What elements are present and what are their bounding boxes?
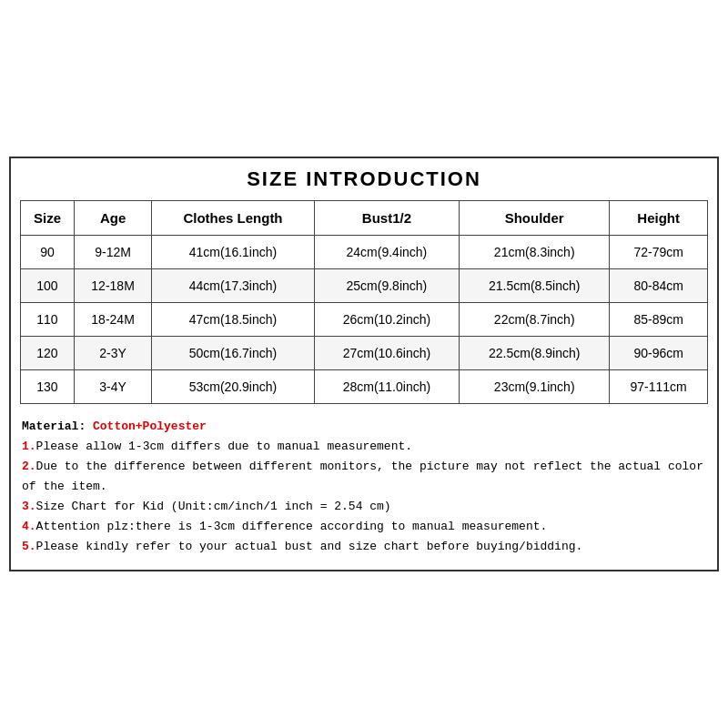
table-cell: 22.5cm(8.9inch) xyxy=(460,336,610,369)
note-item: 2.Due to the difference between differen… xyxy=(22,457,706,497)
note-text: Due to the difference between different … xyxy=(22,460,703,493)
table-cell: 100 xyxy=(21,268,75,302)
table-cell: 80-84cm xyxy=(610,268,708,302)
note-number: 1. xyxy=(22,440,36,453)
note-item: 3.Size Chart for Kid (Unit:cm/inch/1 inc… xyxy=(22,497,706,517)
table-header-cell: Height xyxy=(610,200,708,235)
note-item: 5.Please kindly refer to your actual bus… xyxy=(22,537,706,557)
table-cell: 24cm(9.4inch) xyxy=(314,235,459,268)
table-cell: 3-4Y xyxy=(74,369,151,403)
table-cell: 72-79cm xyxy=(610,235,708,268)
note-number: 5. xyxy=(22,540,36,553)
note-number: 3. xyxy=(22,500,36,513)
table-cell: 26cm(10.2inch) xyxy=(314,302,459,336)
table-row: 1202-3Y50cm(16.7inch)27cm(10.6inch)22.5c… xyxy=(21,336,708,369)
table-cell: 53cm(20.9inch) xyxy=(152,369,315,403)
table-cell: 23cm(9.1inch) xyxy=(460,369,610,403)
table-cell: 21cm(8.3inch) xyxy=(460,235,610,268)
table-cell: 25cm(9.8inch) xyxy=(314,268,459,302)
table-row: 1303-4Y53cm(20.9inch)28cm(11.0inch)23cm(… xyxy=(21,369,708,403)
note-number: 2. xyxy=(22,460,36,473)
page-title: SIZE INTRODUCTION xyxy=(20,167,708,191)
note-text: Please kindly refer to your actual bust … xyxy=(36,540,583,553)
table-cell: 85-89cm xyxy=(610,302,708,336)
material-label: Material: xyxy=(22,420,93,433)
table-cell: 44cm(17.3inch) xyxy=(152,268,315,302)
note-text: Please allow 1-3cm differs due to manual… xyxy=(36,440,412,453)
table-row: 10012-18M44cm(17.3inch)25cm(9.8inch)21.5… xyxy=(21,268,708,302)
table-header-cell: Shoulder xyxy=(460,200,610,235)
main-container: SIZE INTRODUCTION SizeAgeClothes LengthB… xyxy=(9,157,719,572)
table-row: 11018-24M47cm(18.5inch)26cm(10.2inch)22c… xyxy=(21,302,708,336)
table-row: 909-12M41cm(16.1inch)24cm(9.4inch)21cm(8… xyxy=(21,235,708,268)
note-item: 1.Please allow 1-3cm differs due to manu… xyxy=(22,437,706,457)
table-header-row: SizeAgeClothes LengthBust1/2ShoulderHeig… xyxy=(21,200,708,235)
table-cell: 47cm(18.5inch) xyxy=(152,302,315,336)
table-cell: 90 xyxy=(21,235,75,268)
table-body: 909-12M41cm(16.1inch)24cm(9.4inch)21cm(8… xyxy=(21,235,708,403)
table-cell: 21.5cm(8.5inch) xyxy=(460,268,610,302)
table-header-cell: Age xyxy=(74,200,151,235)
table-header-cell: Clothes Length xyxy=(152,200,315,235)
table-header-cell: Size xyxy=(21,200,75,235)
table-cell: 12-18M xyxy=(74,268,151,302)
table-cell: 110 xyxy=(21,302,75,336)
table-cell: 18-24M xyxy=(74,302,151,336)
size-table: SizeAgeClothes LengthBust1/2ShoulderHeig… xyxy=(20,200,708,404)
table-cell: 22cm(8.7inch) xyxy=(460,302,610,336)
table-cell: 50cm(16.7inch) xyxy=(152,336,315,369)
table-cell: 120 xyxy=(21,336,75,369)
note-items: 1.Please allow 1-3cm differs due to manu… xyxy=(22,437,706,558)
table-cell: 2-3Y xyxy=(74,336,151,369)
table-cell: 28cm(11.0inch) xyxy=(314,369,459,403)
material-value: Cotton+Polyester xyxy=(93,420,207,433)
table-header-cell: Bust1/2 xyxy=(314,200,459,235)
note-number: 4. xyxy=(22,520,36,533)
table-cell: 90-96cm xyxy=(610,336,708,369)
table-cell: 130 xyxy=(21,369,75,403)
table-cell: 9-12M xyxy=(74,235,151,268)
table-cell: 27cm(10.6inch) xyxy=(314,336,459,369)
note-text: Attention plz:there is 1-3cm difference … xyxy=(36,520,548,533)
table-cell: 41cm(16.1inch) xyxy=(152,235,315,268)
note-text: Size Chart for Kid (Unit:cm/inch/1 inch … xyxy=(36,500,391,513)
note-item: 4.Attention plz:there is 1-3cm differenc… xyxy=(22,517,706,537)
notes-section: Material: Cotton+Polyester 1.Please allo… xyxy=(20,413,708,561)
table-cell: 97-111cm xyxy=(610,369,708,403)
